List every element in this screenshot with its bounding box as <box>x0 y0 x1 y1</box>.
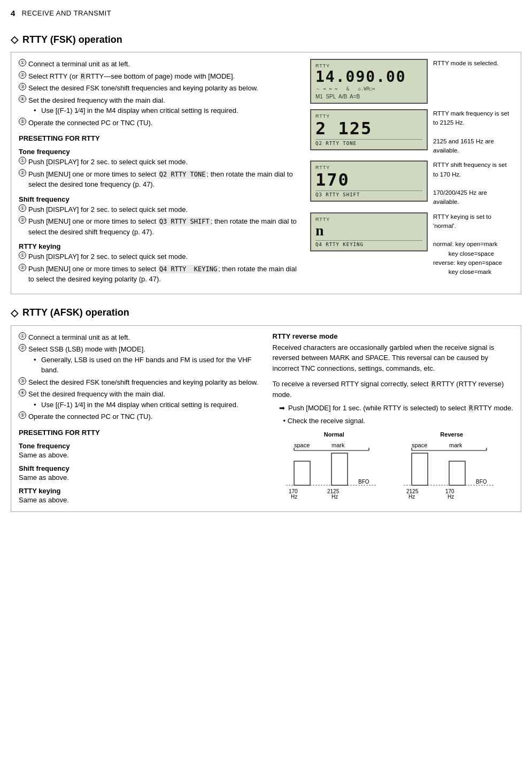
afsk-shift-text: Same as above. <box>19 473 260 481</box>
fsk-step-1-text: Connect a terminal unit as at left. <box>28 60 130 68</box>
svg-text:BFO: BFO <box>358 479 369 485</box>
fsk-panel-tone-note: RTTY mark frequency is set to 2125 Hz. 2… <box>433 109 513 155</box>
afsk-presetting: PRESETTING FOR RTTY Tone frequency Same … <box>19 429 260 504</box>
afsk-shift-title: Shift frequency <box>19 464 260 472</box>
fsk-keying-title: RTTY keying <box>19 242 302 250</box>
fsk-panel-shift: RTTY 170 Q3 RTTY SHIFT RTTY shift freque… <box>310 160 513 207</box>
svg-text:Hz: Hz <box>448 494 454 499</box>
svg-rect-6 <box>331 453 348 485</box>
lcd-tone: RTTY 2 125 Q2 RTTY TONE <box>310 109 428 150</box>
arrow-icon: ➡ <box>279 403 285 414</box>
normal-svg: space mark 170 Hz <box>283 440 385 499</box>
afsk-step-num-2: ② <box>19 344 26 351</box>
fsk-panel-tone: RTTY 2 125 Q2 RTTY TONE RTTY mark freque… <box>310 109 513 155</box>
fsk-tone-steps: ① Push [DISPLAY] for 2 sec. to select qu… <box>19 157 302 190</box>
svg-text:Hz: Hz <box>331 494 338 499</box>
afsk-step-num-4: ④ <box>19 389 26 396</box>
rtty-reverse-para3: ➡ Push [MODE] for 1 sec. (while RTTY is … <box>273 403 514 414</box>
lcd-main: RTTY 14.090.00 ～ ≈ ≈ ≈ & ⌂.WR○× M1 SPL A… <box>310 59 428 104</box>
fsk-panel-main-note: RTTY mode is selected. <box>433 59 513 68</box>
lcd-tone-number: 2 125 <box>315 120 422 137</box>
afsk-step-num-1: ① <box>19 332 26 340</box>
step-num-4: ④ <box>19 95 26 103</box>
svg-text:Hz: Hz <box>291 494 297 499</box>
fsk-step-4: ④ Set the desired frequency with the mai… <box>19 95 302 116</box>
svg-text:space: space <box>412 442 427 448</box>
lcd-main-sub: ～ ≈ ≈ ≈ & ⌂.WR○× <box>315 86 422 93</box>
fsk-presetting: PRESETTING FOR RTTY Tone frequency ① Pus… <box>19 134 302 285</box>
step-num-5: ⑤ <box>19 118 26 125</box>
lcd-shift-bottom-label: Q3 RTTY SHIFT <box>315 190 422 197</box>
reverse-diagram: Reverse space mark <box>401 431 503 500</box>
step-num-2: ② <box>19 71 26 79</box>
rtty-reverse-title: RTTY reverse mode <box>273 332 514 340</box>
svg-text:mark: mark <box>331 442 345 448</box>
shift-step-num-2: ② <box>19 216 26 224</box>
afsk-keying-title: RTTY keying <box>19 487 260 495</box>
svg-rect-5 <box>294 461 310 485</box>
fsk-tone-step-1: ① Push [DISPLAY] for 2 sec. to select qu… <box>19 157 302 167</box>
svg-rect-19 <box>412 453 428 485</box>
afsk-step-5: ⑤ Operate the connected PC or TNC (TU). <box>19 411 260 422</box>
svg-text:space: space <box>294 442 310 448</box>
normal-diagram: Normal space mark <box>283 431 385 500</box>
tone-step-num-1: ① <box>19 157 26 164</box>
fsk-keying-steps: ① Push [DISPLAY] for 2 sec. to select qu… <box>19 251 302 285</box>
shift-step-num-1: ① <box>19 204 26 212</box>
fsk-tone-title: Tone frequency <box>19 148 302 156</box>
rtty-reverse-para1: Received characters are occasionally gar… <box>273 342 514 374</box>
reverse-label: Reverse <box>401 431 503 438</box>
afsk-step-3: ③ Select the desired FSK tone/shift freq… <box>19 377 260 388</box>
diamond-icon: ◇ <box>11 34 18 45</box>
rtty-reverse-para4: • Check the receive signal. <box>273 416 514 426</box>
svg-text:mark: mark <box>449 442 462 448</box>
fsk-step-5: ⑤ Operate the connected PC or TNC (TU). <box>19 118 302 128</box>
afsk-keying-text: Same as above. <box>19 496 260 504</box>
svg-text:BFO: BFO <box>476 479 487 485</box>
lcd-keying-bottom-label: Q4 RTTY KEYING <box>315 240 422 247</box>
keying-step-num-1: ① <box>19 251 26 259</box>
afsk-presetting-title: PRESETTING FOR RTTY <box>19 429 260 437</box>
fsk-shift-step-1: ① Push [DISPLAY] for 2 sec. to select qu… <box>19 204 302 215</box>
afsk-tone-text: Same as above. <box>19 451 260 459</box>
fsk-main-steps: ① Connect a terminal unit as at left. ② … <box>19 59 302 128</box>
afsk-tone-title: Tone frequency <box>19 442 260 450</box>
fsk-left-col: ① Connect a terminal unit as at left. ② … <box>19 59 302 286</box>
afsk-step-2-sub: Generally, LSB is used on the HF bands a… <box>28 355 260 376</box>
afsk-step-1: ① Connect a terminal unit as at left. <box>19 332 260 343</box>
page-header: 4 RECEIVE AND TRANSMIT <box>11 5 521 24</box>
lcd-keying: RTTY n Q4 RTTY KEYING <box>310 212 428 251</box>
fsk-tone-step-2: ② Push [MENU] one or more times to selec… <box>19 169 302 190</box>
tone-step-num-2: ② <box>19 169 26 177</box>
fsk-step-5-text: Operate the connected PC or TNC (TU). <box>28 119 152 127</box>
fsk-step-3: ③ Select the desired FSK tone/shift freq… <box>19 83 302 94</box>
svg-text:Hz: Hz <box>408 494 415 499</box>
fsk-shift-title: Shift frequency <box>19 195 302 203</box>
afsk-main-steps: ① Connect a terminal unit as at left. ② … <box>19 332 260 422</box>
fsk-section-title: ◇ RTTY (FSK) operation <box>11 34 521 45</box>
afsk-step-2: ② Select SSB (LSB) mode with [MODE]. Gen… <box>19 344 260 376</box>
lcd-shift: RTTY 170 Q3 RTTY SHIFT <box>310 160 428 202</box>
rtty-reverse-para2: To receive a reversed RTTY signal correc… <box>273 379 514 400</box>
fsk-content-box: ① Connect a terminal unit as at left. ② … <box>11 52 521 294</box>
fsk-step-2-text: Select RTTY (or RRTTY—see bottom of page… <box>28 72 235 80</box>
lcd-main-mode-row: M1 SPL A/B A=B <box>315 94 360 100</box>
freq-diagrams: Normal space mark <box>273 431 514 500</box>
fsk-step-1: ① Connect a terminal unit as at left. <box>19 59 302 70</box>
afsk-title-text: RTTY (AFSK) operation <box>22 307 129 318</box>
fsk-step-4-text: Set the desired frequency with the main … <box>28 96 165 104</box>
fsk-panel-keying: RTTY n Q4 RTTY KEYING RTTY keying is set… <box>310 212 513 277</box>
step-num-1: ① <box>19 59 26 66</box>
fsk-two-col: ① Connect a terminal unit as at left. ② … <box>19 59 513 286</box>
afsk-two-col: ① Connect a terminal unit as at left. ② … <box>19 332 513 504</box>
svg-rect-20 <box>449 461 465 485</box>
lcd-keying-number: n <box>315 223 422 238</box>
fsk-title-text: RTTY (FSK) operation <box>22 34 122 45</box>
normal-label: Normal <box>283 431 385 438</box>
fsk-right-col: RTTY 14.090.00 ～ ≈ ≈ ≈ & ⌂.WR○× M1 SPL A… <box>310 59 513 286</box>
lcd-main-bottom-row: M1 SPL A/B A=B <box>315 94 422 100</box>
lcd-tone-bottom-label: Q2 RTTY TONE <box>315 139 422 146</box>
keying-step-num-2: ② <box>19 264 26 271</box>
afsk-content-box: ① Connect a terminal unit as at left. ② … <box>11 325 521 512</box>
reverse-svg: space mark 2125 Hz <box>401 440 503 499</box>
